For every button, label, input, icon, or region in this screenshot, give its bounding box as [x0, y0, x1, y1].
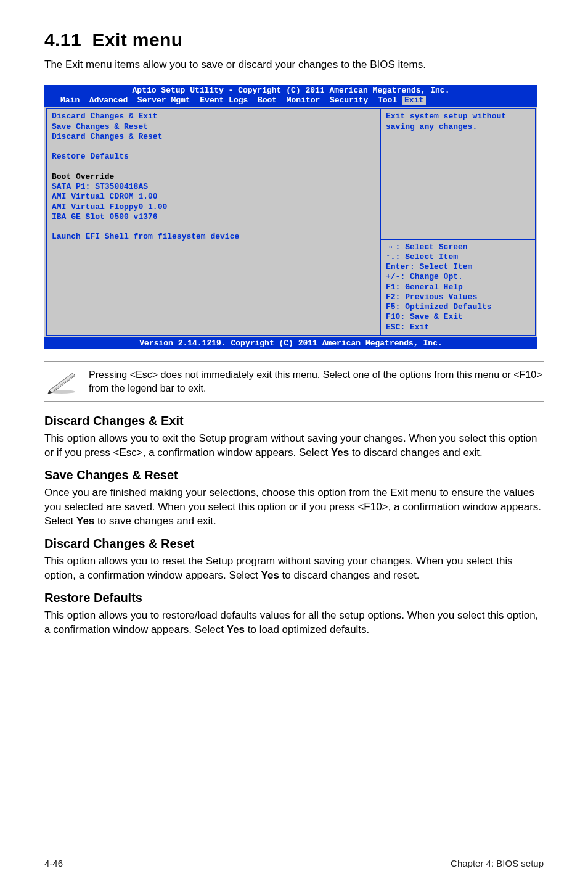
tab-server-mgmt[interactable]: Server Mgmt — [137, 96, 190, 105]
bios-footer: Version 2.14.1219. Copyright (C) 2011 Am… — [44, 337, 537, 349]
tab-boot[interactable]: Boot — [258, 96, 277, 105]
paragraph: This option allows you to exit the Setup… — [44, 432, 544, 460]
bios-tabs: Main Advanced Server Mgmt Event Logs Boo… — [44, 96, 537, 105]
menu-item[interactable]: AMI Virtual Floppy0 1.00 — [52, 202, 375, 212]
legend-line: F1: General Help — [386, 283, 530, 292]
svg-line-3 — [51, 373, 73, 389]
legend-line: ↑↓: Select Item — [386, 252, 530, 262]
bios-screenshot: Aptio Setup Utility - Copyright (C) 2011… — [44, 85, 537, 349]
chapter-label: Chapter 4: BIOS setup — [451, 858, 544, 868]
tab-exit[interactable]: Exit — [402, 96, 426, 105]
menu-item[interactable]: IBA GE Slot 0500 v1376 — [52, 212, 375, 222]
bios-help-panel: Exit system setup without saving any cha… — [381, 108, 536, 239]
menu-item[interactable]: Discard Changes & Exit — [52, 112, 375, 122]
page-number: 4-46 — [44, 858, 63, 868]
legend-line: Enter: Select Item — [386, 262, 530, 272]
body-text: to save changes and exit. — [94, 515, 216, 527]
tab-advanced[interactable]: Advanced — [89, 96, 128, 105]
help-text: Exit system setup without — [386, 112, 530, 122]
help-text: saving any changes. — [386, 122, 530, 132]
legend-line: +/-: Change Opt. — [386, 272, 530, 282]
intro-paragraph: The Exit menu items allow you to save or… — [44, 58, 544, 72]
menu-item[interactable]: Restore Defaults — [52, 152, 375, 162]
tab-monitor[interactable]: Monitor — [287, 96, 321, 105]
bios-body: Discard Changes & Exit Save Changes & Re… — [44, 107, 537, 337]
tab-event-logs[interactable]: Event Logs — [200, 96, 248, 105]
tab-security[interactable]: Security — [330, 96, 368, 105]
section-name: Exit menu — [92, 30, 182, 50]
subheading-restore-defaults: Restore Defaults — [44, 591, 544, 605]
paragraph: This option allows you to restore/load d… — [44, 609, 544, 637]
body-text: to load optimized defaults. — [245, 624, 369, 635]
section-heading: 4.11 Exit menu — [44, 30, 544, 51]
emphasis: Yes — [76, 515, 94, 527]
body-text: to discard changes and exit. — [349, 447, 482, 458]
body-text: to discard changes and reset. — [279, 569, 420, 581]
paragraph: This option allows you to reset the Setu… — [44, 555, 544, 582]
subheading-discard-reset: Discard Changes & Reset — [44, 537, 544, 551]
menu-item[interactable]: Save Changes & Reset — [52, 122, 375, 132]
bios-header: Aptio Setup Utility - Copyright (C) 2011… — [44, 85, 537, 107]
section-number: 4.11 — [44, 30, 81, 50]
menu-item[interactable]: Discard Changes & Reset — [52, 132, 375, 142]
bios-right-panel: Exit system setup without saving any cha… — [381, 108, 536, 336]
pencil-icon — [46, 369, 78, 394]
menu-item[interactable]: Launch EFI Shell from filesystem device — [52, 232, 375, 242]
bios-legend: →←: Select Screen ↑↓: Select Item Enter:… — [381, 240, 536, 336]
boot-override-heading: Boot Override — [52, 172, 375, 182]
emphasis: Yes — [227, 624, 245, 635]
emphasis: Yes — [261, 569, 279, 581]
legend-line: ESC: Exit — [386, 323, 530, 332]
menu-item[interactable]: AMI Virtual CDROM 1.00 — [52, 192, 375, 202]
note-text: Pressing <Esc> does not immediately exit… — [89, 368, 542, 395]
bios-title: Aptio Setup Utility - Copyright (C) 2011… — [44, 86, 537, 96]
legend-line: F2: Previous Values — [386, 292, 530, 302]
emphasis: Yes — [331, 447, 349, 458]
note-callout: Pressing <Esc> does not immediately exit… — [44, 361, 544, 402]
tab-main[interactable]: Main — [60, 96, 80, 105]
page-footer: 4-46 Chapter 4: BIOS setup — [44, 854, 544, 868]
svg-line-4 — [53, 375, 75, 390]
menu-item[interactable]: SATA P1: ST3500418AS — [52, 182, 375, 192]
paragraph: Once you are finished making your select… — [44, 486, 544, 528]
subheading-discard-exit: Discard Changes & Exit — [44, 414, 544, 428]
legend-line: F10: Save & Exit — [386, 312, 530, 322]
bios-left-panel: Discard Changes & Exit Save Changes & Re… — [46, 108, 381, 336]
tab-tool[interactable]: Tool — [378, 96, 397, 105]
legend-line: F5: Optimized Defaults — [386, 302, 530, 312]
legend-line: →←: Select Screen — [386, 242, 530, 252]
subheading-save-reset: Save Changes & Reset — [44, 468, 544, 482]
